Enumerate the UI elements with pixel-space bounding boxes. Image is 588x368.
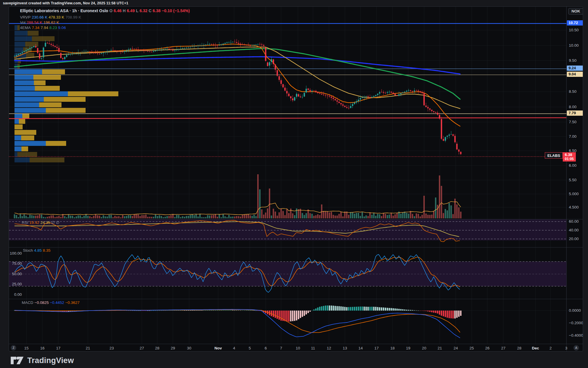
legend-value: 196.62 K xyxy=(44,20,59,25)
svg-text:0.00: 0.00 xyxy=(14,292,22,297)
svg-text:20.00: 20.00 xyxy=(569,237,579,241)
svg-text:40.00: 40.00 xyxy=(569,228,579,232)
legend-value: −0.3627 xyxy=(65,300,79,305)
svg-text:5.000: 5.000 xyxy=(569,192,579,196)
svg-text:21: 21 xyxy=(86,346,90,350)
legend-value: 708.99 K xyxy=(66,15,81,19)
ticker-tag: ELABS xyxy=(545,152,563,159)
legend-value: H xyxy=(123,8,126,13)
legend-value: 24.35 xyxy=(40,220,50,225)
svg-text:50.00: 50.00 xyxy=(12,272,22,276)
tradingview-logo-text: TradingView xyxy=(27,356,74,365)
screenshot-root: { "header": { "credit": "savepiginvest c… xyxy=(0,0,588,368)
legend-value: 6.49 xyxy=(127,8,135,13)
svg-text:15: 15 xyxy=(24,346,28,350)
svg-text:19: 19 xyxy=(406,346,410,350)
svg-text:4: 4 xyxy=(233,346,235,350)
svg-text:6.00: 6.00 xyxy=(569,163,576,168)
legend-value: O xyxy=(109,8,113,13)
svg-text:12: 12 xyxy=(327,346,331,350)
legend-value: 8.23 xyxy=(49,26,57,30)
svg-text:28: 28 xyxy=(517,346,521,350)
svg-text:2: 2 xyxy=(549,346,552,350)
legend-value: 19.42 xyxy=(30,220,39,225)
svg-text:9.50: 9.50 xyxy=(569,58,576,63)
last-price-label[interactable]: ELABS 6.38 01:05 xyxy=(545,152,576,162)
rsi-panel xyxy=(9,219,567,242)
chart-container[interactable]: 10.5010.009.508.508.007.507.006.506.005.… xyxy=(9,6,583,351)
legend-value: C xyxy=(149,8,151,13)
macd-legend-row[interactable]: MACD−0.0825−0.4452−0.3627 xyxy=(22,300,81,305)
legend-value: 7.94 xyxy=(41,26,48,30)
legend-value: Vol xyxy=(20,20,26,25)
separators-layer xyxy=(9,7,583,351)
svg-text:27: 27 xyxy=(501,346,505,350)
stoch-legend-row[interactable]: Stoch4.858.35 xyxy=(23,248,52,253)
autoscale-button[interactable]: A xyxy=(573,345,579,351)
legend-value: 8.35 xyxy=(43,248,50,253)
stoch-panel xyxy=(9,254,567,292)
svg-text:−0.4000: −0.4000 xyxy=(569,333,583,338)
legend-value: L xyxy=(136,8,138,13)
svg-text:25: 25 xyxy=(469,346,474,350)
axis-labels-layer: 10.5010.009.508.508.007.507.006.506.005.… xyxy=(10,28,583,350)
svg-text:3: 3 xyxy=(565,346,567,350)
svg-text:23: 23 xyxy=(109,346,114,350)
svg-text:100.00: 100.00 xyxy=(10,251,22,255)
legend-value: 6.38 xyxy=(153,8,160,13)
price-badge-10-72[interactable]: 10.72 xyxy=(567,20,583,26)
svg-text:14: 14 xyxy=(358,346,363,350)
legend-value: VRVP xyxy=(20,15,31,19)
credit-line: savepiginvest created with TradingView.c… xyxy=(3,1,128,5)
svg-text:10.50: 10.50 xyxy=(569,28,579,32)
volume-legend-row[interactable]: Vol288.54 K196.62 K xyxy=(20,20,60,25)
chart-canvas[interactable]: 10.5010.009.508.508.007.507.006.506.005.… xyxy=(9,7,583,351)
svg-text:29: 29 xyxy=(171,346,175,350)
tradingview-logo[interactable]: TradingView xyxy=(10,355,74,366)
svg-text:75.00: 75.00 xyxy=(12,261,22,266)
rsi-legend-row[interactable]: RSI19.4224.35∅∅ xyxy=(22,220,61,225)
svg-text:8.50: 8.50 xyxy=(569,89,576,94)
macd-panel xyxy=(9,305,567,338)
horizontal-lines-layer xyxy=(9,23,567,119)
ema-legend-row[interactable]: 4EMA7.347.948.239.06 xyxy=(20,26,67,30)
svg-text:60.00: 60.00 xyxy=(569,219,579,224)
legend-value: Stoch xyxy=(23,248,33,253)
svg-text:7.50: 7.50 xyxy=(569,120,576,124)
svg-text:5.50: 5.50 xyxy=(569,178,576,182)
svg-text:17: 17 xyxy=(56,346,60,350)
svg-text:4.500: 4.500 xyxy=(569,205,579,209)
legend-value: MACD xyxy=(22,300,33,305)
svg-text:−0.2000: −0.2000 xyxy=(569,321,583,325)
legend-value: Elliptic Laboratories ASA · 1h · Euronex… xyxy=(20,8,108,13)
volume-ma-line xyxy=(15,202,461,215)
svg-text:26: 26 xyxy=(485,346,489,350)
svg-text:Nov: Nov xyxy=(214,346,222,350)
tradingview-logo-icon xyxy=(10,355,24,366)
bar-countdown: 01:05 xyxy=(565,157,574,161)
price-badge-9-04[interactable]: 9.04 xyxy=(567,72,583,77)
legend-value: 7.34 xyxy=(32,26,39,30)
symbol-title-row[interactable]: Elliptic Laboratories ASA · 1h · Euronex… xyxy=(20,8,191,13)
price-badge-9-24[interactable]: 9.24 xyxy=(567,66,583,71)
last-price-badge: 6.38 01:05 xyxy=(563,152,576,162)
svg-text:30: 30 xyxy=(187,346,191,350)
svg-text:0.0000: 0.0000 xyxy=(569,308,581,313)
timezone-button[interactable]: Z xyxy=(11,345,16,351)
svg-text:11: 11 xyxy=(311,346,315,350)
vrvp-legend-row[interactable]: VRVP230.66 K478.33 K708.99 K xyxy=(20,15,82,19)
legend-value: 6.32 xyxy=(140,8,147,13)
legend-value: 478.33 K xyxy=(49,15,64,19)
macd-line xyxy=(15,309,460,338)
legend-value: ∅ xyxy=(56,220,59,225)
svg-text:16: 16 xyxy=(40,346,44,350)
legend-value: RSI xyxy=(22,220,28,225)
legend-value: 4.85 xyxy=(34,248,42,253)
svg-text:10: 10 xyxy=(296,346,300,350)
svg-text:6: 6 xyxy=(265,346,267,350)
svg-text:7.00: 7.00 xyxy=(569,134,576,139)
price-badge-7-79[interactable]: 7.79 xyxy=(567,110,583,116)
legend-value: −0.0825 xyxy=(35,300,49,305)
currency-button[interactable]: NOK xyxy=(568,8,583,14)
svg-text:13: 13 xyxy=(343,346,347,350)
